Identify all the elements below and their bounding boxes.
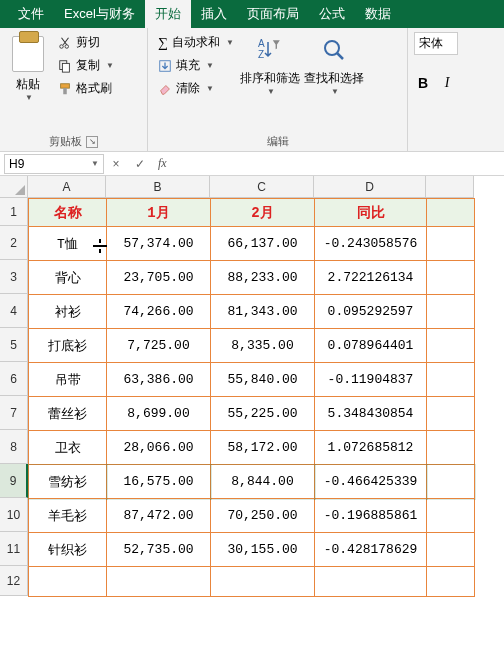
cell[interactable] xyxy=(427,295,475,329)
header-cell[interactable]: 1月 xyxy=(107,199,211,227)
cell[interactable]: -0.428178629 xyxy=(315,533,427,567)
cell[interactable]: 吊带 xyxy=(29,363,107,397)
cell[interactable]: 55,840.00 xyxy=(211,363,315,397)
cell[interactable] xyxy=(427,363,475,397)
cell[interactable] xyxy=(427,397,475,431)
name-box[interactable]: H9▼ xyxy=(4,154,104,174)
cell[interactable]: 羊毛衫 xyxy=(29,499,107,533)
cell[interactable]: 66,137.00 xyxy=(211,227,315,261)
sort-filter-button[interactable]: AZ 排序和筛选▼ xyxy=(238,32,302,132)
cell[interactable]: 1.072685812 xyxy=(315,431,427,465)
row-header[interactable]: 9 xyxy=(0,464,28,498)
cell[interactable]: 88,233.00 xyxy=(211,261,315,295)
header-cell[interactable]: 同比 xyxy=(315,199,427,227)
cell[interactable]: -0.11904837 xyxy=(315,363,427,397)
fx-icon[interactable]: fx xyxy=(158,156,167,171)
tab-1[interactable]: Excel与财务 xyxy=(54,0,145,28)
row-header[interactable]: 7 xyxy=(0,396,28,430)
cell[interactable]: 63,386.00 xyxy=(107,363,211,397)
cell[interactable]: 蕾丝衫 xyxy=(29,397,107,431)
cell[interactable]: 打底衫 xyxy=(29,329,107,363)
cell[interactable]: -0.243058576 xyxy=(315,227,427,261)
cell[interactable] xyxy=(427,567,475,597)
cell[interactable] xyxy=(427,329,475,363)
cell[interactable] xyxy=(427,431,475,465)
header-cell[interactable]: 名称 xyxy=(29,199,107,227)
select-all-corner[interactable] xyxy=(0,176,28,198)
cell[interactable] xyxy=(315,567,427,597)
column-header[interactable]: B xyxy=(106,176,210,198)
cell[interactable]: 背心 xyxy=(29,261,107,295)
cell[interactable]: 70,250.00 xyxy=(211,499,315,533)
cell[interactable]: 8,844.00 xyxy=(211,465,315,499)
find-select-button[interactable]: 查找和选择▼ xyxy=(302,32,366,132)
tab-5[interactable]: 公式 xyxy=(309,0,355,28)
row-header[interactable]: 5 xyxy=(0,328,28,362)
cell[interactable]: 0.095292597 xyxy=(315,295,427,329)
cell[interactable] xyxy=(107,567,211,597)
column-header[interactable] xyxy=(426,176,474,198)
cell[interactable]: 58,172.00 xyxy=(211,431,315,465)
cell[interactable]: 2.722126134 xyxy=(315,261,427,295)
cancel-formula-icon[interactable]: × xyxy=(104,157,128,171)
column-header[interactable]: C xyxy=(210,176,314,198)
formula-input[interactable] xyxy=(173,154,504,174)
cell[interactable]: 雪纺衫 xyxy=(29,465,107,499)
bold-button[interactable]: B xyxy=(414,75,432,91)
tab-6[interactable]: 数据 xyxy=(355,0,401,28)
row-header[interactable]: 10 xyxy=(0,498,28,532)
tab-2[interactable]: 开始 xyxy=(145,0,191,28)
cell[interactable] xyxy=(427,261,475,295)
cut-button[interactable]: 剪切 xyxy=(54,32,118,53)
row-header[interactable]: 6 xyxy=(0,362,28,396)
tab-0[interactable]: 文件 xyxy=(8,0,54,28)
cell[interactable]: 87,472.00 xyxy=(107,499,211,533)
cell[interactable]: 55,225.00 xyxy=(211,397,315,431)
cell[interactable]: 5.348430854 xyxy=(315,397,427,431)
tab-4[interactable]: 页面布局 xyxy=(237,0,309,28)
cell[interactable]: 针织衫 xyxy=(29,533,107,567)
cell[interactable]: -0.466425339 xyxy=(315,465,427,499)
cell[interactable] xyxy=(29,567,107,597)
cell[interactable] xyxy=(427,533,475,567)
cell[interactable]: 57,374.00 xyxy=(107,227,211,261)
enter-formula-icon[interactable]: ✓ xyxy=(128,157,152,171)
cell[interactable]: T恤 xyxy=(29,227,107,261)
font-name-select[interactable]: 宋体 xyxy=(414,32,458,55)
row-header[interactable]: 3 xyxy=(0,260,28,294)
row-header[interactable]: 4 xyxy=(0,294,28,328)
copy-button[interactable]: 复制▼ xyxy=(54,55,118,76)
cell[interactable]: 16,575.00 xyxy=(107,465,211,499)
cell[interactable]: 30,155.00 xyxy=(211,533,315,567)
cell[interactable]: 74,266.00 xyxy=(107,295,211,329)
cell[interactable]: 7,725.00 xyxy=(107,329,211,363)
autosum-button[interactable]: ∑ 自动求和▼ xyxy=(154,32,238,53)
cell[interactable]: 8,699.00 xyxy=(107,397,211,431)
italic-button[interactable]: I xyxy=(438,75,456,91)
dialog-launcher-icon[interactable]: ↘ xyxy=(86,136,98,148)
cell[interactable]: 52,735.00 xyxy=(107,533,211,567)
cell[interactable]: 0.078964401 xyxy=(315,329,427,363)
cell[interactable] xyxy=(427,465,475,499)
cell[interactable] xyxy=(427,499,475,533)
row-header[interactable]: 2 xyxy=(0,226,28,260)
cell[interactable]: 8,335.00 xyxy=(211,329,315,363)
row-header[interactable]: 8 xyxy=(0,430,28,464)
tab-3[interactable]: 插入 xyxy=(191,0,237,28)
cell[interactable]: 衬衫 xyxy=(29,295,107,329)
fill-button[interactable]: 填充▼ xyxy=(154,55,238,76)
cell[interactable]: 卫衣 xyxy=(29,431,107,465)
cell[interactable] xyxy=(211,567,315,597)
cell[interactable]: 23,705.00 xyxy=(107,261,211,295)
cell[interactable] xyxy=(427,227,475,261)
cell[interactable]: -0.196885861 xyxy=(315,499,427,533)
row-header[interactable]: 1 xyxy=(0,198,28,226)
row-header[interactable]: 12 xyxy=(0,566,28,596)
row-header[interactable]: 11 xyxy=(0,532,28,566)
paste-button[interactable]: 粘贴 ▼ xyxy=(6,32,50,132)
clear-button[interactable]: 清除▼ xyxy=(154,78,238,99)
header-cell[interactable]: 2月 xyxy=(211,199,315,227)
cell[interactable]: 81,343.00 xyxy=(211,295,315,329)
column-header[interactable]: A xyxy=(28,176,106,198)
cell[interactable]: 28,066.00 xyxy=(107,431,211,465)
